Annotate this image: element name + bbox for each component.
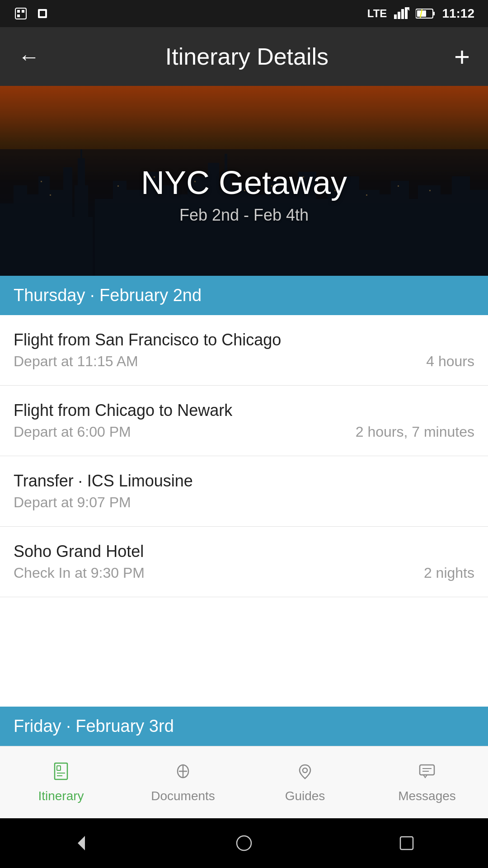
top-nav: ← Itinerary Details + bbox=[0, 27, 488, 86]
add-button[interactable]: + bbox=[454, 41, 470, 72]
sim-icon bbox=[14, 6, 28, 21]
android-back-button[interactable] bbox=[68, 830, 95, 857]
item-detail: Check In at 9:30 PM bbox=[14, 565, 145, 581]
tab-documents[interactable]: Documents bbox=[122, 746, 244, 818]
item-duration: 2 hours, 7 minutes bbox=[356, 424, 474, 440]
android-nav-bar bbox=[0, 818, 488, 868]
page-title: Itinerary Details bbox=[165, 43, 328, 70]
item-detail-row: Check In at 9:30 PM 2 nights bbox=[14, 565, 474, 581]
svg-rect-5 bbox=[40, 11, 45, 16]
android-back-icon bbox=[70, 832, 92, 854]
item-detail-row: Depart at 11:15 AM 4 hours bbox=[14, 353, 474, 370]
android-home-button[interactable] bbox=[230, 830, 258, 857]
item-detail: Depart at 9:07 PM bbox=[14, 494, 131, 511]
svg-rect-66 bbox=[57, 766, 61, 770]
android-recent-button[interactable] bbox=[393, 830, 420, 857]
svg-rect-2 bbox=[22, 10, 24, 13]
svg-rect-6 bbox=[394, 14, 397, 19]
svg-rect-65 bbox=[55, 763, 67, 779]
svg-rect-0 bbox=[15, 8, 26, 19]
svg-marker-76 bbox=[78, 836, 85, 850]
signal-icon bbox=[393, 7, 409, 20]
svg-rect-73 bbox=[420, 765, 434, 775]
day-header-friday: Friday · February 3rd bbox=[0, 707, 488, 746]
svg-rect-12 bbox=[433, 12, 435, 15]
svg-rect-9 bbox=[405, 7, 408, 19]
hero-banner: NYC Getaway Feb 2nd - Feb 4th bbox=[0, 86, 488, 276]
item-title: Transfer · ICS Limousine bbox=[14, 472, 474, 491]
battery-icon bbox=[416, 7, 436, 20]
item-duration: 4 hours bbox=[426, 353, 474, 370]
list-item[interactable]: Transfer · ICS Limousine Depart at 9:07 … bbox=[0, 456, 488, 527]
svg-rect-7 bbox=[398, 12, 400, 19]
trip-title: NYC Getaway bbox=[141, 164, 347, 201]
item-title: Flight from San Francisco to Chicago bbox=[14, 330, 474, 349]
day-header-thursday: Thursday · February 2nd bbox=[0, 276, 488, 315]
list-item[interactable]: Soho Grand Hotel Check In at 9:30 PM 2 n… bbox=[0, 527, 488, 597]
svg-rect-3 bbox=[17, 14, 20, 17]
svg-rect-1 bbox=[17, 10, 20, 13]
item-duration: 2 nights bbox=[424, 565, 474, 581]
tab-guides-label: Guides bbox=[285, 789, 325, 803]
item-detail-row: Depart at 6:00 PM 2 hours, 7 minutes bbox=[14, 424, 474, 440]
status-bar-right: LTE 11:12 bbox=[367, 6, 474, 21]
trip-dates: Feb 2nd - Feb 4th bbox=[141, 206, 347, 225]
lte-label: LTE bbox=[367, 7, 387, 20]
item-detail: Depart at 11:15 AM bbox=[14, 353, 138, 370]
item-detail-row: Depart at 9:07 PM bbox=[14, 494, 474, 511]
tab-itinerary-label: Itinerary bbox=[38, 789, 84, 803]
tab-messages-label: Messages bbox=[398, 789, 456, 803]
tab-documents-label: Documents bbox=[151, 789, 215, 803]
svg-rect-78 bbox=[400, 837, 413, 849]
status-bar-left bbox=[14, 6, 50, 21]
itinerary-icon bbox=[51, 761, 71, 784]
item-detail: Depart at 6:00 PM bbox=[14, 424, 131, 440]
svg-point-77 bbox=[237, 836, 251, 850]
hero-text: NYC Getaway Feb 2nd - Feb 4th bbox=[141, 164, 347, 225]
bottom-tab-bar: Itinerary Documents Guides bbox=[0, 746, 488, 818]
tab-messages[interactable]: Messages bbox=[366, 746, 488, 818]
itinerary-list: Flight from San Francisco to Chicago Dep… bbox=[0, 315, 488, 707]
tab-guides[interactable]: Guides bbox=[244, 746, 366, 818]
item-title: Soho Grand Hotel bbox=[14, 542, 474, 561]
list-item[interactable]: Flight from Chicago to Newark Depart at … bbox=[0, 386, 488, 456]
svg-point-72 bbox=[303, 768, 307, 773]
android-home-icon bbox=[233, 832, 255, 854]
notification-icon bbox=[35, 6, 50, 21]
status-bar: LTE 11:12 bbox=[0, 0, 488, 27]
guides-icon bbox=[295, 761, 315, 784]
documents-icon bbox=[173, 761, 193, 784]
messages-icon bbox=[417, 761, 437, 784]
item-title: Flight from Chicago to Newark bbox=[14, 401, 474, 420]
back-button[interactable]: ← bbox=[18, 44, 40, 69]
list-item[interactable]: Flight from San Francisco to Chicago Dep… bbox=[0, 315, 488, 386]
tab-itinerary[interactable]: Itinerary bbox=[0, 746, 122, 818]
time-display: 11:12 bbox=[442, 6, 474, 21]
android-recent-icon bbox=[396, 832, 418, 854]
svg-rect-8 bbox=[401, 9, 404, 19]
